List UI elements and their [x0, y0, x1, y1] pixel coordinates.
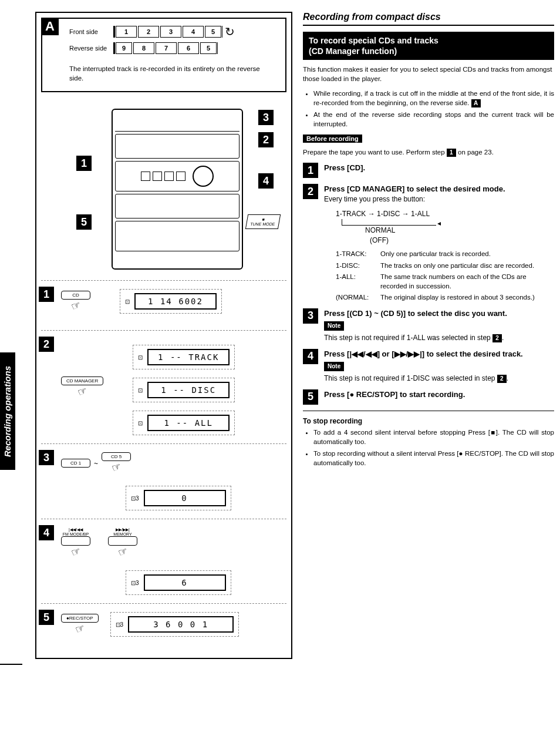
- callout-3: 3: [258, 110, 274, 125]
- lcd-display: 0: [144, 490, 226, 506]
- note-label: Note: [324, 362, 344, 371]
- instr-step-4: 4 Press [|◀◀/◀◀] or [▶▶/▶▶|] to select t…: [303, 349, 554, 384]
- mode-key: 1-DISC:: [336, 261, 376, 271]
- before-recording-label: Before recording: [303, 135, 362, 143]
- left-step-4: 4 |◀◀/◀◀FM MODE/BP ☞ ▶▶/▶▶|MEMORY ☞: [41, 519, 286, 603]
- left-step-1: 1 CD ☞ ⊡ 1 14 6002: [41, 280, 286, 330]
- step3-title: Press [(CD 1) ~ (CD 5)] to select the di…: [324, 308, 554, 319]
- box-a: A Front side 1 2 3 4 5 ↻ Reverse side 9 …: [41, 18, 286, 92]
- instr-step-1: 1 Press [CD].: [303, 163, 554, 178]
- cassette-icon: ⊡3: [116, 621, 124, 628]
- step1-title: Press [CD].: [324, 163, 554, 173]
- front-cell: 2: [138, 26, 159, 38]
- cycle-line1: 1-TRACK → 1-DISC → 1-ALL: [336, 209, 554, 219]
- letter-badge-a: A: [41, 18, 59, 35]
- ref-badge-2: 2: [492, 334, 502, 342]
- hand-icon: ☞: [73, 621, 87, 637]
- intro-text: This function makes it easier for you to…: [303, 65, 554, 83]
- subsection-bar: To record special CDs and tracks (CD Man…: [303, 32, 554, 60]
- stop-section: To stop recording To add a 4 second sile…: [303, 417, 554, 468]
- mode-val: Only one particular track is recorded.: [380, 250, 554, 259]
- subsection-line2: (CD Manager function): [309, 46, 548, 56]
- lcd-display: 1 -- ALL: [147, 415, 230, 431]
- reverse-cell: 9: [116, 42, 132, 54]
- mode-descriptions: 1-TRACK:Only one particular track is rec…: [336, 250, 554, 302]
- left-column: A Front side 1 2 3 4 5 ↻ Reverse side 9 …: [35, 12, 292, 659]
- stereo-diagram: 1 2 3 4 5 ■TUNE MODE: [41, 103, 286, 273]
- front-cell: 1: [116, 26, 137, 38]
- prev-button-label: |◀◀/◀◀FM MODE/BP: [63, 527, 89, 536]
- side-tab-label: Recording operations: [3, 365, 13, 456]
- cd-button: CD: [61, 291, 90, 300]
- next-button-label: ▶▶/▶▶|MEMORY: [113, 527, 131, 536]
- hand-icon: ☞: [76, 384, 89, 399]
- cd5-button: CD 5: [102, 452, 131, 461]
- step-badge: 4: [303, 349, 318, 364]
- stop-bullet-1: To add a 4 second silent interval before…: [313, 428, 554, 446]
- left-step-5: 5 ●REC/STOP ☞ ⊡3 3 6 0 0 1: [41, 603, 286, 653]
- section-header: Recording from compact discs: [303, 12, 554, 26]
- front-cells: 1 2 3 4 5: [113, 26, 222, 38]
- page-number: 24: [0, 664, 22, 665]
- front-cell: 5: [205, 26, 221, 38]
- mode-val: The same track numbers on each of the CD…: [380, 273, 554, 291]
- ref-badge-2: 2: [497, 375, 507, 383]
- hand-icon: ☞: [110, 460, 123, 475]
- subsection-line1: To record special CDs and tracks: [309, 35, 548, 46]
- left-step-2: 2 CD MANAGER ☞ ⊡1 -- TRACK ⊡1 -- DISC ⊡1…: [41, 330, 286, 443]
- ref-badge-a: A: [471, 99, 481, 107]
- step3-note-text: This step is not required if 1-ALL was s…: [324, 333, 554, 343]
- step-badge: 3: [303, 308, 318, 324]
- stop-heading: To stop recording: [303, 417, 554, 425]
- callout-4: 4: [258, 173, 274, 189]
- lcd-display: 1 14 6002: [134, 293, 217, 310]
- mode-cycle: 1-TRACK → 1-DISC → 1-ALL ◂ NORMAL (OFF): [336, 209, 554, 245]
- mode-val: The tracks on only one particular disc a…: [380, 261, 554, 271]
- right-column: Recording from compact discs To record s…: [303, 12, 554, 659]
- stop-bullet-2: To stop recording without a silent inter…: [313, 449, 554, 468]
- cassette-icon: ⊡: [138, 387, 143, 394]
- before-recording-text: Prepare the tape you want to use. Perfor…: [303, 147, 554, 157]
- step-badge: 2: [39, 337, 54, 352]
- cycle-line3: (OFF): [370, 236, 554, 246]
- bullet-1: While recording, if a track is cut off i…: [313, 89, 554, 107]
- step2-sub: Every time you press the button:: [324, 194, 554, 204]
- instr-step-2: 2 Press [CD MANAGER] to select the desir…: [303, 184, 554, 302]
- bullet-2: At the end of the reverse side recording…: [313, 110, 554, 129]
- side-tab: Recording operations: [0, 352, 15, 470]
- ref-badge-1: 1: [447, 149, 456, 157]
- mode-key: 1-TRACK:: [336, 250, 376, 259]
- stereo-outline: [112, 109, 243, 270]
- tape-front-row: Front side 1 2 3 4 5 ↻: [69, 25, 278, 39]
- step-badge: 3: [39, 450, 54, 465]
- cassette-icon: ⊡3: [131, 580, 139, 586]
- note-label: Note: [324, 321, 344, 331]
- cassette-icon: ⊡: [138, 420, 143, 426]
- reverse-cells: 9 8 7 6 5: [113, 42, 218, 54]
- instr-step-3: 3 Press [(CD 1) ~ (CD 5)] to select the …: [303, 308, 554, 343]
- hand-icon: ☞: [116, 544, 130, 560]
- cassette-icon: ⊡: [125, 298, 130, 305]
- reverse-side-label: Reverse side: [69, 45, 113, 52]
- step-badge: 2: [303, 184, 318, 199]
- step4-title: Press [|◀◀/◀◀] or [▶▶/▶▶|] to select the…: [324, 349, 554, 359]
- cassette-icon: ⊡3: [131, 495, 139, 502]
- step-badge: 1: [39, 287, 54, 302]
- step2-title: Press [CD MANAGER] to select the desired…: [324, 184, 554, 194]
- callout-2: 2: [258, 132, 274, 147]
- divider: [303, 411, 554, 411]
- step4-note-text: This step is not required if 1-DISC was …: [324, 374, 554, 384]
- mode-key: (NORMAL:: [336, 293, 376, 302]
- lcd-display: 3 6 0 0 1: [128, 616, 234, 633]
- step-badge: 4: [39, 525, 54, 540]
- mode-val: The original display is restored in abou…: [380, 293, 554, 302]
- reverse-cell: 6: [178, 42, 199, 54]
- step-badge: 5: [39, 610, 54, 625]
- cd-manager-button: CD MANAGER: [61, 376, 103, 385]
- step-badge: 5: [303, 389, 318, 405]
- instr-step-5: 5 Press [● REC/STOP] to start recording.: [303, 389, 554, 405]
- tune-mode-label: ■TUNE MODE: [250, 217, 276, 226]
- tilde: ~: [94, 459, 98, 468]
- callout-1: 1: [76, 156, 92, 171]
- loop-arrow-icon: ↻: [225, 25, 235, 39]
